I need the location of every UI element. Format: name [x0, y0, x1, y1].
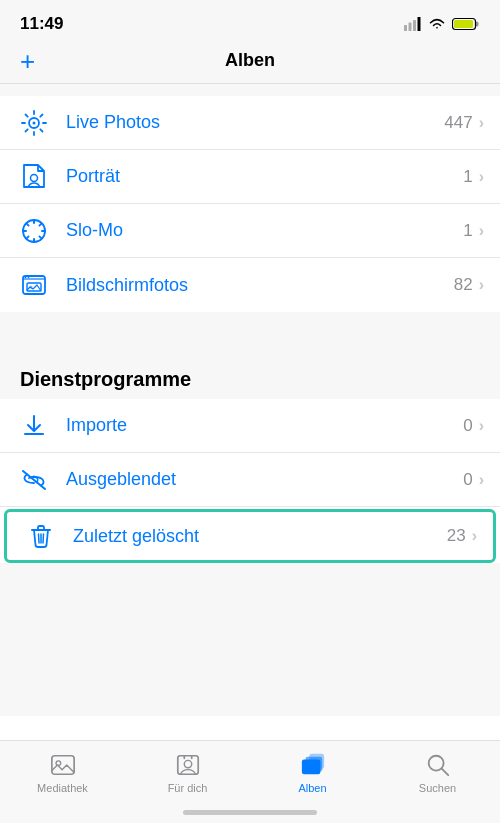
trash-icon — [23, 518, 59, 554]
media-types-section: Live Photos 447 › Porträt 1 › — [0, 96, 500, 312]
svg-rect-41 — [309, 754, 324, 769]
svg-line-15 — [40, 114, 42, 116]
live-photos-count: 447 — [444, 113, 472, 133]
svg-line-26 — [27, 236, 29, 238]
tab-alben[interactable]: Alben — [250, 751, 375, 794]
hidden-chevron: › — [479, 471, 484, 489]
nav-title: Alben — [225, 50, 275, 71]
svg-rect-6 — [454, 20, 473, 28]
imports-icon — [16, 408, 52, 444]
svg-rect-3 — [418, 17, 421, 31]
screenshots-chevron: › — [479, 276, 484, 294]
svg-line-16 — [26, 129, 28, 131]
svg-point-8 — [33, 121, 36, 124]
live-photos-label: Live Photos — [66, 112, 444, 133]
svg-line-24 — [39, 236, 41, 238]
imports-count: 0 — [463, 416, 472, 436]
mediathek-label: Mediathek — [37, 782, 88, 794]
portrait-label: Porträt — [66, 166, 463, 187]
list-item-imports[interactable]: Importe 0 › — [0, 399, 500, 453]
hidden-label: Ausgeblendet — [66, 469, 463, 490]
tab-mediathek[interactable]: Mediathek — [0, 751, 125, 794]
signal-icon — [404, 17, 422, 31]
svg-line-14 — [40, 129, 42, 131]
recently-deleted-chevron: › — [472, 527, 477, 545]
slo-mo-count: 1 — [463, 221, 472, 241]
recently-deleted-label: Zuletzt gelöscht — [73, 526, 447, 547]
hidden-icon — [16, 462, 52, 498]
hidden-count: 0 — [463, 470, 472, 490]
list-item-slo-mo[interactable]: Slo-Mo 1 › — [0, 204, 500, 258]
add-album-button[interactable]: + — [20, 48, 35, 74]
suchen-icon — [424, 751, 452, 779]
status-bar: 11:49 — [0, 0, 500, 42]
alben-icon — [299, 751, 327, 779]
section-divider — [0, 312, 500, 340]
suchen-label: Suchen — [419, 782, 456, 794]
recently-deleted-count: 23 — [447, 526, 466, 546]
svg-rect-0 — [404, 25, 407, 31]
screenshots-label: Bildschirmfotos — [66, 275, 454, 296]
status-time: 11:49 — [20, 14, 63, 34]
svg-rect-1 — [409, 23, 412, 32]
utilities-header: Dienstprogramme — [0, 352, 500, 399]
portrait-chevron: › — [479, 168, 484, 186]
svg-rect-5 — [476, 22, 479, 27]
imports-chevron: › — [479, 417, 484, 435]
list-item-hidden[interactable]: Ausgeblendet 0 › — [0, 453, 500, 507]
portrait-count: 1 — [463, 167, 472, 187]
slo-mo-label: Slo-Mo — [66, 220, 463, 241]
slo-mo-chevron: › — [479, 222, 484, 240]
portrait-icon — [16, 159, 52, 195]
svg-point-38 — [184, 760, 191, 767]
content-area: Live Photos 447 › Porträt 1 › — [0, 84, 500, 716]
svg-point-29 — [28, 277, 30, 279]
tab-fuer-dich[interactable]: Für dich — [125, 751, 250, 794]
mediathek-icon — [49, 751, 77, 779]
svg-point-17 — [31, 174, 38, 181]
svg-rect-37 — [177, 756, 197, 775]
svg-rect-35 — [51, 756, 73, 775]
list-item-live-photos[interactable]: Live Photos 447 › — [0, 96, 500, 150]
alben-label: Alben — [298, 782, 326, 794]
svg-point-28 — [25, 277, 27, 279]
fuer-dich-label: Für dich — [168, 782, 208, 794]
svg-rect-2 — [413, 20, 416, 31]
screenshots-icon — [16, 267, 52, 303]
battery-icon — [452, 17, 480, 31]
slo-mo-icon — [16, 213, 52, 249]
status-icons — [404, 17, 480, 31]
home-indicator — [183, 810, 317, 815]
svg-line-43 — [441, 769, 448, 776]
svg-line-33 — [43, 534, 44, 543]
list-item-screenshots[interactable]: Bildschirmfotos 82 › — [0, 258, 500, 312]
fuer-dich-icon — [174, 751, 202, 779]
live-photos-icon — [16, 105, 52, 141]
imports-label: Importe — [66, 415, 463, 436]
svg-line-13 — [26, 114, 28, 116]
wifi-icon — [428, 17, 446, 31]
live-photos-chevron: › — [479, 114, 484, 132]
list-item-recently-deleted[interactable]: Zuletzt gelöscht 23 › — [4, 509, 496, 563]
svg-line-25 — [39, 223, 41, 225]
svg-line-32 — [39, 534, 40, 543]
list-item-portrait[interactable]: Porträt 1 › — [0, 150, 500, 204]
utilities-section: Dienstprogramme Importe 0 › A — [0, 352, 500, 563]
nav-bar: + Alben — [0, 42, 500, 84]
tab-bar: Mediathek Für dich Alben — [0, 740, 500, 823]
tab-suchen[interactable]: Suchen — [375, 751, 500, 794]
svg-line-23 — [27, 223, 29, 225]
screenshots-count: 82 — [454, 275, 473, 295]
